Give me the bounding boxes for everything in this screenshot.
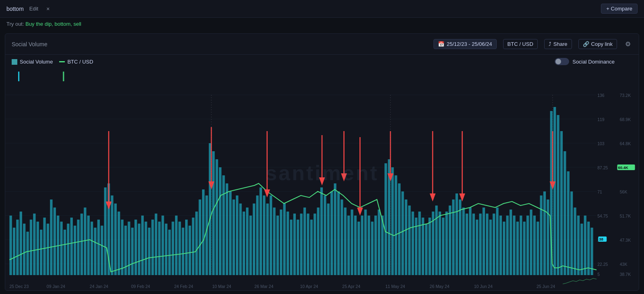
svg-text:11 May 24: 11 May 24 — [385, 284, 405, 289]
signal-arrow-9 — [459, 131, 465, 201]
chart-svg: 136 119 103 87.25 71 54.75 38.5 22.25 5 … — [5, 71, 639, 291]
svg-rect-167 — [547, 199, 549, 275]
svg-rect-74 — [233, 199, 235, 275]
svg-rect-142 — [462, 208, 464, 275]
svg-rect-50 — [151, 220, 154, 275]
svg-text:51.7K: 51.7K — [620, 214, 631, 218]
svg-text:64.8K: 64.8K — [620, 142, 631, 146]
svg-rect-104 — [334, 183, 336, 275]
svg-rect-151 — [493, 214, 495, 275]
svg-rect-16 — [37, 222, 39, 275]
svg-rect-77 — [243, 212, 245, 275]
svg-rect-144 — [469, 208, 471, 275]
svg-rect-162 — [530, 210, 532, 275]
link-icon: 🔗 — [583, 41, 589, 47]
svg-rect-89 — [283, 204, 285, 275]
svg-rect-122 — [394, 175, 397, 275]
svg-rect-32 — [91, 222, 93, 275]
share-icon: ⤴ — [549, 41, 551, 47]
svg-rect-148 — [483, 208, 485, 275]
svg-text:09 Jan 24: 09 Jan 24 — [47, 284, 65, 289]
svg-text:10 Mar 24: 10 Mar 24 — [212, 284, 231, 289]
svg-rect-59 — [182, 228, 184, 275]
svg-rect-21 — [54, 208, 56, 275]
svg-text:60.4K: 60.4K — [618, 166, 629, 170]
chart-legend: Social Volume BTC / USD — [5, 55, 100, 65]
share-button[interactable]: ⤴ Share — [544, 39, 572, 49]
svg-text:71: 71 — [597, 190, 602, 194]
svg-rect-29 — [80, 214, 83, 275]
svg-rect-71 — [222, 175, 225, 275]
svg-rect-20 — [50, 199, 52, 275]
pair-button[interactable]: BTC / USD — [503, 39, 538, 49]
svg-text:47.3K: 47.3K — [620, 238, 631, 243]
svg-rect-38 — [111, 195, 113, 275]
svg-rect-115 — [371, 222, 374, 275]
svg-rect-63 — [195, 212, 198, 275]
chart-panel: Social Volume 📅 25/12/23 - 25/06/24 BTC … — [5, 33, 639, 291]
svg-rect-80 — [253, 204, 255, 275]
svg-rect-106 — [341, 199, 343, 275]
social-dominance-toggle-area: Social Dominance — [555, 58, 615, 65]
svg-rect-129 — [418, 212, 421, 275]
svg-text:09 Feb 24: 09 Feb 24 — [131, 284, 151, 289]
svg-rect-139 — [452, 199, 454, 275]
svg-rect-35 — [101, 226, 103, 275]
svg-rect-102 — [327, 204, 330, 275]
svg-rect-93 — [297, 220, 299, 275]
svg-text:22.25: 22.25 — [597, 262, 608, 267]
svg-text:43K: 43K — [620, 262, 627, 267]
svg-text:73.2K: 73.2K — [620, 93, 631, 98]
svg-text:10 Jun 24: 10 Jun 24 — [474, 284, 493, 289]
svg-marker-192 — [357, 208, 363, 216]
svg-rect-53 — [161, 216, 164, 275]
edit-button[interactable]: Edit — [27, 5, 41, 12]
calendar-icon: 📅 — [438, 41, 444, 47]
chart-area: Social Volume BTC / USD Social Dominance… — [5, 55, 639, 291]
signal-arrow-5 — [341, 131, 347, 181]
copy-link-button[interactable]: 🔗 Copy link — [578, 39, 617, 49]
svg-rect-45 — [134, 220, 137, 275]
svg-rect-173 — [567, 171, 570, 275]
svg-rect-56 — [171, 222, 174, 275]
svg-rect-135 — [439, 212, 441, 275]
svg-rect-125 — [405, 199, 407, 275]
chart-title: Social Volume — [12, 41, 47, 47]
svg-rect-36 — [104, 187, 107, 275]
svg-text:25 Dec 23: 25 Dec 23 — [9, 284, 29, 289]
svg-rect-116 — [374, 216, 377, 275]
svg-text:68.9K: 68.9K — [620, 117, 631, 122]
svg-rect-8 — [9, 216, 12, 275]
svg-rect-159 — [520, 216, 522, 275]
svg-rect-165 — [540, 195, 542, 275]
svg-text:24 Jan 24: 24 Jan 24 — [90, 284, 108, 289]
svg-rect-51 — [155, 214, 157, 275]
svg-rect-94 — [300, 214, 302, 275]
svg-rect-18 — [43, 218, 45, 275]
svg-rect-91 — [290, 220, 292, 275]
social-volume-legend-label: Social Volume — [20, 59, 53, 65]
svg-rect-137 — [445, 212, 448, 275]
social-dominance-label: Social Dominance — [572, 59, 615, 65]
social-dominance-toggle[interactable] — [555, 58, 569, 65]
svg-rect-127 — [411, 212, 414, 275]
svg-rect-178 — [584, 216, 586, 275]
svg-rect-147 — [479, 214, 481, 275]
try-out-prefix: Try out: — [6, 21, 24, 27]
date-range-button[interactable]: 📅 25/12/23 - 25/06/24 — [433, 39, 497, 49]
settings-button[interactable]: ⚙ — [623, 39, 632, 49]
svg-rect-75 — [236, 195, 238, 275]
svg-rect-69 — [216, 159, 218, 275]
svg-rect-14 — [30, 220, 32, 275]
svg-marker-182 — [106, 201, 112, 210]
chart-header: Social Volume 📅 25/12/23 - 25/06/24 BTC … — [5, 34, 639, 55]
compare-button[interactable]: + Compare — [601, 4, 638, 14]
svg-rect-43 — [128, 222, 130, 275]
svg-rect-98 — [314, 214, 316, 275]
svg-rect-177 — [580, 224, 583, 275]
svg-rect-180 — [590, 228, 593, 275]
svg-rect-41 — [121, 220, 124, 275]
svg-rect-108 — [347, 216, 350, 275]
try-out-link[interactable]: Buy the dip, bottom, sell — [25, 21, 81, 27]
close-button[interactable]: × — [44, 5, 52, 13]
